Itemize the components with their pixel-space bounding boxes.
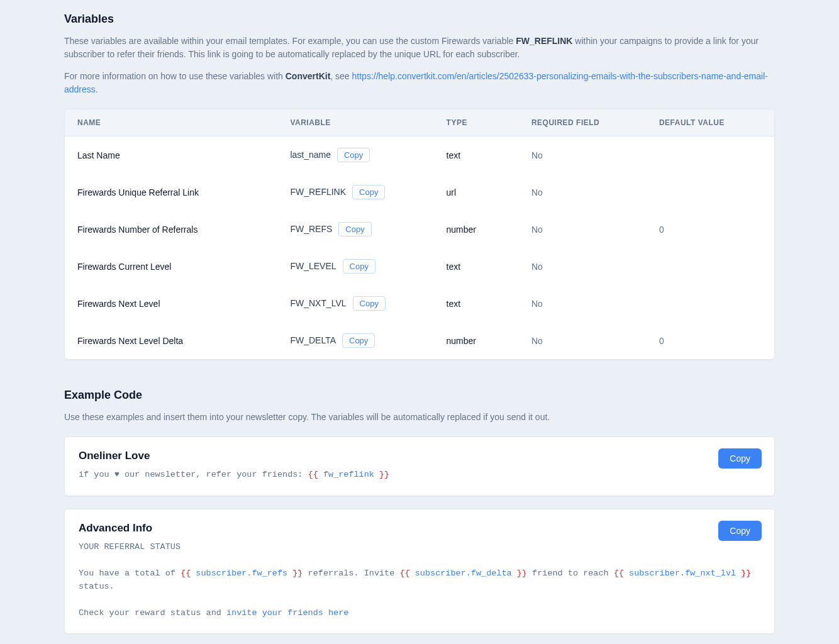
example-code: YOUR REFERRAL STATUS You have a total of… xyxy=(79,541,760,620)
moreinfo-tail: . xyxy=(96,84,98,94)
cell-default xyxy=(647,248,774,285)
cell-default: 0 xyxy=(647,211,774,248)
variables-intro: These variables are available within you… xyxy=(64,35,775,61)
variables-moreinfo: For more information on how to use these… xyxy=(64,70,775,96)
table-row: Last Namelast_nameCopytextNo xyxy=(65,136,774,174)
variable-code: FW_LEVEL xyxy=(290,261,336,271)
th-type: TYPE xyxy=(434,109,519,136)
copy-variable-button[interactable]: Copy xyxy=(338,222,371,236)
table-row: Firewards Number of ReferralsFW_REFSCopy… xyxy=(65,211,774,248)
code-red: }} xyxy=(287,569,303,578)
th-required: REQUIRED FIELD xyxy=(519,109,647,136)
code-blue: subscriber.fw_nxt_lvl xyxy=(629,569,736,578)
code-red: {{ xyxy=(614,569,629,578)
example-title: Advanced Info xyxy=(79,522,760,535)
moreinfo-mid: , see xyxy=(330,71,352,81)
cell-required: No xyxy=(519,174,647,211)
variables-heading: Variables xyxy=(64,13,775,26)
copy-variable-button[interactable]: Copy xyxy=(342,333,375,348)
cell-variable: FW_NXT_LVLCopy xyxy=(277,285,433,322)
example-code: if you ♥ our newsletter, refer your frie… xyxy=(79,469,760,482)
code-red: {{ xyxy=(399,569,414,578)
variables-intro-prefix: These variables are available within you… xyxy=(64,36,516,46)
cell-required: No xyxy=(519,136,647,174)
copy-example-button[interactable]: Copy xyxy=(718,521,762,541)
cell-type: text xyxy=(434,248,519,285)
code-blue: fw_reflink xyxy=(323,470,374,479)
table-row: Firewards Unique Referral LinkFW_REFLINK… xyxy=(65,174,774,211)
cell-required: No xyxy=(519,285,647,322)
cell-variable: FW_REFSCopy xyxy=(277,211,433,248)
cell-type: number xyxy=(434,322,519,359)
cell-type: text xyxy=(434,285,519,322)
variable-code: FW_REFS xyxy=(290,224,332,234)
code-text: if you ♥ our newsletter, refer your frie… xyxy=(79,470,308,479)
cell-name: Firewards Number of Referrals xyxy=(65,211,277,248)
cell-variable: FW_LEVELCopy xyxy=(277,248,433,285)
cell-default xyxy=(647,136,774,174)
cell-name: Firewards Unique Referral Link xyxy=(65,174,277,211)
th-default: DEFAULT VALUE xyxy=(647,109,774,136)
variable-code: FW_REFLINK xyxy=(290,187,346,197)
variables-table: NAME VARIABLE TYPE REQUIRED FIELD DEFAUL… xyxy=(65,109,774,359)
th-name: NAME xyxy=(65,109,277,136)
copy-variable-button[interactable]: Copy xyxy=(352,185,385,199)
cell-type: number xyxy=(434,211,519,248)
example-heading: Example Code xyxy=(64,389,775,402)
table-row: Firewards Next LevelFW_NXT_LVLCopytextNo xyxy=(65,285,774,322)
code-text: friend to reach xyxy=(527,569,614,578)
variable-code: last_name xyxy=(290,150,331,160)
cell-name: Firewards Next Level xyxy=(65,285,277,322)
cell-variable: FW_DELTACopy xyxy=(277,322,433,359)
cell-required: No xyxy=(519,322,647,359)
table-row: Firewards Next Level DeltaFW_DELTACopynu… xyxy=(65,322,774,359)
code-blue: invite your friends here xyxy=(226,608,348,618)
variable-code: FW_NXT_LVL xyxy=(290,298,346,308)
code-blue: subscriber.fw_delta xyxy=(415,569,512,578)
cell-type: text xyxy=(434,136,519,174)
copy-variable-button[interactable]: Copy xyxy=(343,259,375,274)
cell-type: url xyxy=(434,174,519,211)
table-row: Firewards Current LevelFW_LEVELCopytextN… xyxy=(65,248,774,285)
cell-name: Firewards Current Level xyxy=(65,248,277,285)
variables-intro-bold: FW_REFLINK xyxy=(516,36,572,46)
copy-example-button[interactable]: Copy xyxy=(718,448,762,469)
cell-name: Firewards Next Level Delta xyxy=(65,322,277,359)
code-red: {{ xyxy=(181,569,196,578)
cell-required: No xyxy=(519,248,647,285)
cell-required: No xyxy=(519,211,647,248)
example-card: Oneliner LoveCopyif you ♥ our newsletter… xyxy=(64,436,775,496)
cell-default: 0 xyxy=(647,322,774,359)
copy-variable-button[interactable]: Copy xyxy=(337,148,370,162)
code-blue: subscriber.fw_refs xyxy=(196,569,287,578)
moreinfo-bold: ConvertKit xyxy=(286,71,331,81)
code-text: referrals. Invite xyxy=(303,569,399,578)
cell-name: Last Name xyxy=(65,136,277,174)
code-red: {{ xyxy=(308,470,323,479)
moreinfo-prefix: For more information on how to use these… xyxy=(64,71,286,81)
cell-default xyxy=(647,174,774,211)
copy-variable-button[interactable]: Copy xyxy=(353,296,386,311)
code-red: }} xyxy=(736,569,751,578)
variables-table-card: NAME VARIABLE TYPE REQUIRED FIELD DEFAUL… xyxy=(64,109,775,360)
cell-default xyxy=(647,285,774,322)
code-red: }} xyxy=(374,470,389,479)
code-red: }} xyxy=(512,569,527,578)
cell-variable: FW_REFLINKCopy xyxy=(277,174,433,211)
cell-variable: last_nameCopy xyxy=(277,136,433,174)
code-text: YOUR REFERRAL STATUS You have a total of xyxy=(79,542,181,578)
example-title: Oneliner Love xyxy=(79,450,760,462)
variable-code: FW_DELTA xyxy=(290,335,336,345)
example-intro: Use these examples and insert them into … xyxy=(64,411,775,424)
th-variable: VARIABLE xyxy=(277,109,433,136)
example-card: Advanced InfoCopyYOUR REFERRAL STATUS Yo… xyxy=(64,509,775,635)
